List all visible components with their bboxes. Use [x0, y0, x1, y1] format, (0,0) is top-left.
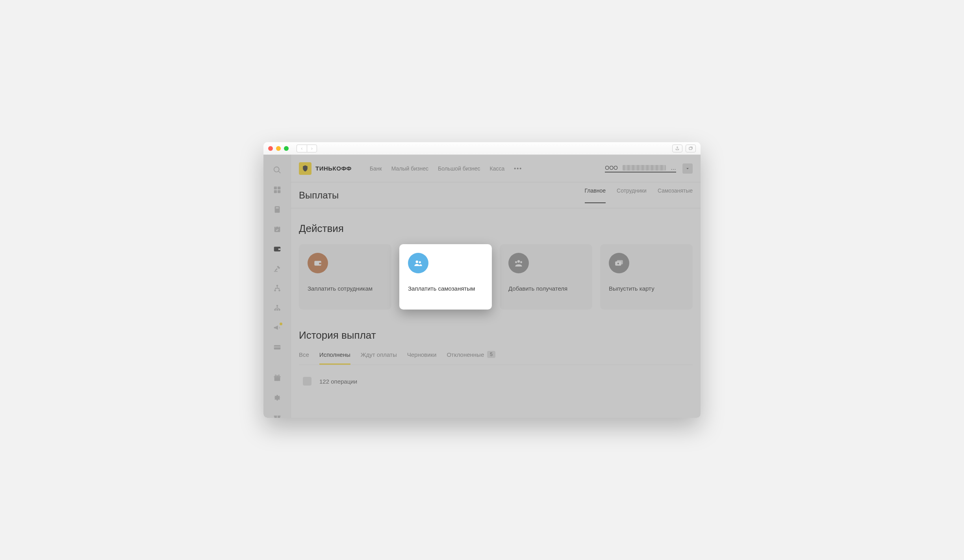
- tab-selfemployed[interactable]: Самозанятые: [658, 187, 693, 203]
- svg-rect-2: [277, 187, 280, 189]
- page-header: Выплаты Главное Сотрудники Самозанятые: [291, 182, 701, 208]
- nav-buttons: ‹ ›: [297, 145, 317, 152]
- search-icon[interactable]: [273, 166, 282, 174]
- tabs-button[interactable]: [686, 145, 696, 152]
- action-label: Заплатить самозанятым: [408, 284, 483, 293]
- svg-point-13: [276, 305, 278, 307]
- topnav-small-biz[interactable]: Малый бизнес: [391, 165, 428, 172]
- topnav: Банк Малый бизнес Большой бизнес Касса •…: [370, 165, 522, 172]
- histtab-drafts[interactable]: Черновики: [407, 351, 437, 365]
- wallet-icon[interactable]: [273, 245, 282, 253]
- action-label: Заплатить сотрудникам: [308, 284, 383, 293]
- action-issue-card[interactable]: Выпустить карту: [600, 244, 693, 310]
- sitemap-icon[interactable]: [273, 284, 282, 293]
- histtab-done[interactable]: Исполнены: [319, 351, 350, 365]
- topnav-kassa[interactable]: Касса: [490, 165, 505, 172]
- org-suffix: …: [671, 165, 676, 171]
- org-prefix: ООО: [605, 165, 618, 171]
- svg-point-14: [274, 309, 276, 311]
- svg-rect-0: [689, 147, 692, 150]
- app-root: ТИНЬКОФФ Банк Малый бизнес Большой бизне…: [263, 155, 701, 418]
- share-button[interactable]: [672, 145, 682, 152]
- org-name-redacted: [623, 165, 666, 171]
- actions-heading: Действия: [299, 223, 693, 235]
- topnav-bank[interactable]: Банк: [370, 165, 382, 172]
- svg-point-29: [520, 261, 522, 263]
- wallet-circle-icon: [308, 253, 328, 273]
- megaphone-icon[interactable]: [273, 323, 282, 332]
- tab-employees[interactable]: Сотрудники: [617, 187, 647, 203]
- actions-grid: Заплатить сотрудникам Заплатить самозаня…: [299, 244, 693, 310]
- users-circle-icon: [408, 253, 428, 273]
- brand-name: ТИНЬКОФФ: [315, 165, 352, 172]
- histtab-all[interactable]: Все: [299, 351, 309, 365]
- svg-rect-1: [274, 187, 276, 189]
- page-tabs: Главное Сотрудники Самозанятые: [585, 187, 693, 203]
- minimize-window-button[interactable]: [276, 146, 281, 151]
- history-tabs: Все Исполнены Ждут оплаты Черновики Откл…: [299, 351, 693, 365]
- svg-point-26: [419, 261, 421, 263]
- browser-window: ‹ ›: [263, 142, 701, 418]
- sidebar: [263, 155, 291, 418]
- svg-rect-18: [274, 347, 280, 347]
- svg-rect-3: [274, 190, 276, 193]
- gift2-icon[interactable]: [273, 413, 282, 418]
- gift-icon[interactable]: [273, 374, 282, 382]
- window-titlebar: ‹ ›: [263, 142, 701, 155]
- svg-point-12: [278, 289, 280, 291]
- cards-plus-icon: [609, 253, 629, 273]
- page-title: Выплаты: [299, 190, 339, 201]
- gavel-icon[interactable]: [273, 264, 282, 273]
- svg-point-16: [278, 309, 280, 311]
- back-button[interactable]: ‹: [297, 145, 307, 152]
- gear-icon[interactable]: [273, 393, 282, 402]
- svg-rect-6: [276, 208, 278, 209]
- card-icon[interactable]: [273, 343, 282, 352]
- select-all-checkbox[interactable]: [303, 377, 311, 386]
- svg-rect-4: [277, 190, 280, 193]
- svg-rect-9: [278, 248, 280, 250]
- svg-point-10: [276, 285, 278, 287]
- calendar-icon[interactable]: [273, 225, 282, 234]
- chevron-down-icon[interactable]: [682, 163, 693, 174]
- histtab-pending[interactable]: Ждут оплаты: [361, 351, 397, 365]
- svg-rect-5: [274, 206, 280, 213]
- brand-logo[interactable]: ТИНЬКОФФ: [299, 162, 352, 175]
- close-window-button[interactable]: [268, 146, 273, 151]
- zoom-window-button[interactable]: [284, 146, 289, 151]
- traffic-lights: [268, 146, 289, 151]
- main: ТИНЬКОФФ Банк Малый бизнес Большой бизне…: [291, 155, 701, 418]
- org-icon[interactable]: [273, 304, 282, 312]
- shield-icon: [299, 162, 311, 175]
- dashboard-icon[interactable]: [273, 185, 282, 194]
- svg-rect-7: [274, 227, 280, 232]
- org-selector[interactable]: ООО …: [605, 165, 676, 172]
- forward-button[interactable]: ›: [307, 145, 317, 152]
- svg-rect-24: [319, 263, 321, 264]
- action-pay-selfemployed[interactable]: Заплатить самозанятым: [399, 244, 492, 310]
- svg-point-28: [515, 261, 517, 263]
- topnav-big-biz[interactable]: Большой бизнес: [438, 165, 480, 172]
- svg-point-27: [517, 260, 520, 263]
- operations-row: 122 операции: [299, 373, 693, 389]
- action-add-recipient[interactable]: Добавить получателя: [500, 244, 592, 310]
- action-pay-employees[interactable]: Заплатить сотрудникам: [299, 244, 391, 310]
- action-label: Добавить получателя: [508, 284, 584, 293]
- histtab-rejected-count: 5: [487, 351, 495, 358]
- group-circle-icon: [508, 253, 529, 273]
- tab-main[interactable]: Главное: [585, 187, 606, 203]
- operations-count: 122 операции: [319, 378, 357, 385]
- histtab-rejected[interactable]: Отклоненные 5: [447, 351, 495, 365]
- content: Действия Заплатить сотрудникам Заплатить…: [291, 208, 701, 418]
- history-heading: История выплат: [299, 329, 693, 341]
- action-label: Выпустить карту: [609, 284, 684, 293]
- calculator-icon[interactable]: [273, 205, 282, 214]
- topnav-more[interactable]: •••: [514, 165, 522, 172]
- topbar: ТИНЬКОФФ Банк Малый бизнес Большой бизне…: [291, 155, 701, 182]
- svg-point-11: [274, 289, 276, 291]
- histtab-rejected-label: Отклоненные: [447, 351, 484, 358]
- svg-point-15: [276, 309, 278, 311]
- svg-point-25: [416, 261, 419, 263]
